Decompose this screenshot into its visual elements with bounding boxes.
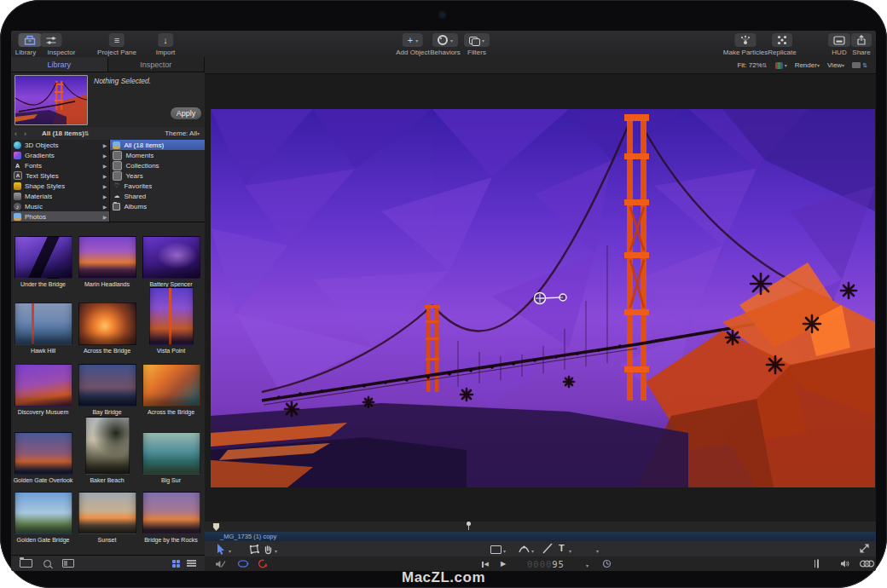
- timecode-toggle-button[interactable]: [602, 559, 612, 568]
- behaviors-button[interactable]: [432, 33, 458, 47]
- timeline-collapse-button[interactable]: [860, 559, 874, 568]
- heart-icon: ♡: [113, 182, 120, 190]
- transform-tool-button[interactable]: [249, 545, 259, 554]
- select-tool-button[interactable]: [217, 544, 226, 555]
- inspector-icon: [46, 36, 57, 45]
- photo-item[interactable]: Marin Headlands: [75, 236, 139, 287]
- photo-item[interactable]: Vista Point: [139, 287, 203, 354]
- photo-item[interactable]: Battery Spencer: [139, 236, 203, 287]
- category-list: 3D Objects▶ Gradients▶ AFonts▶ AText Sty…: [11, 140, 110, 222]
- category-photos[interactable]: Photos▶: [11, 211, 109, 222]
- grid-view-icon[interactable]: [172, 560, 180, 568]
- library-icon: [24, 35, 37, 45]
- chevron-down-icon[interactable]: [229, 547, 231, 555]
- tab-inspector[interactable]: Inspector: [108, 57, 206, 72]
- share-button[interactable]: [851, 33, 872, 47]
- collection-favorites[interactable]: ♡Favorites: [110, 181, 205, 191]
- project-pane-toggle-icon[interactable]: [817, 559, 819, 568]
- new-folder-icon[interactable]: [20, 559, 32, 568]
- photo-item[interactable]: Hawk Hill: [11, 303, 75, 354]
- zoom-dropdown[interactable]: Fit: 72%: [737, 61, 767, 69]
- photo-item[interactable]: Discovery Musuem: [11, 364, 75, 415]
- photo-item[interactable]: Bay Bridge: [75, 364, 139, 415]
- library-nav-row: ‹ › All (18 items) Theme: All: [11, 127, 205, 141]
- category-shape-styles[interactable]: Shape Styles▶: [11, 181, 109, 191]
- theme-dropdown[interactable]: Theme: All: [165, 130, 200, 137]
- rectangle-tool-button[interactable]: [490, 545, 501, 554]
- canvas-pasteboard[interactable]: [205, 74, 876, 522]
- bezier-tool-button[interactable]: [519, 544, 530, 554]
- search-icon[interactable]: [43, 560, 51, 568]
- display-icon: [852, 62, 861, 68]
- channels-dropdown[interactable]: [775, 61, 787, 69]
- apply-button[interactable]: Apply: [171, 107, 201, 119]
- project-pane-button[interactable]: ≡: [109, 33, 125, 47]
- make-particles-button[interactable]: [735, 33, 757, 47]
- canvas-artwork[interactable]: [211, 109, 875, 487]
- back-arrow-icon[interactable]: ‹: [11, 130, 20, 138]
- category-music[interactable]: ♪Music▶: [11, 201, 109, 211]
- expand-timeline-button[interactable]: [860, 544, 869, 553]
- line-tool-button[interactable]: [542, 543, 553, 554]
- view-dropdown[interactable]: View: [827, 61, 844, 69]
- tab-library[interactable]: Library: [11, 57, 108, 72]
- maczl-watermark: MacZL.com: [0, 569, 887, 586]
- go-to-start-button[interactable]: ◀: [482, 561, 489, 568]
- chevron-down-icon[interactable]: [275, 547, 277, 555]
- category-gradients[interactable]: Gradients▶: [11, 150, 109, 160]
- photo-item[interactable]: Big Sur: [139, 432, 203, 483]
- text-tool-button[interactable]: T: [559, 543, 565, 553]
- forward-arrow-icon[interactable]: ›: [20, 130, 30, 138]
- keyframe-marker[interactable]: [468, 522, 469, 530]
- photo-item[interactable]: Golden Gate Overlook: [11, 432, 75, 483]
- hud-button[interactable]: [828, 33, 850, 47]
- audio-toggle-button[interactable]: [840, 559, 851, 568]
- photo-item[interactable]: Across the Bridge: [75, 303, 139, 354]
- chevron-down-icon[interactable]: [503, 547, 506, 555]
- display-dropdown[interactable]: [852, 61, 867, 69]
- breadcrumb[interactable]: All (18 items): [42, 130, 90, 137]
- pan-tool-button[interactable]: [263, 544, 273, 555]
- frame-counter[interactable]: 000095: [527, 559, 565, 569]
- photo-item[interactable]: Sunset: [75, 492, 139, 543]
- chevron-down-icon[interactable]: [596, 547, 599, 555]
- photo-item[interactable]: Under the Bridge: [11, 236, 75, 287]
- text-style-icon: A: [14, 171, 22, 180]
- bezier-icon: [519, 544, 530, 554]
- collection-albums[interactable]: Albums: [110, 201, 205, 211]
- library-toolbar-button[interactable]: [19, 33, 42, 47]
- mute-button[interactable]: [215, 560, 226, 568]
- photo-item[interactable]: Golden Gate Bridge: [11, 492, 75, 543]
- photo-thumbnail: [142, 432, 200, 475]
- inspector-toolbar-button[interactable]: [41, 33, 62, 47]
- collection-collections[interactable]: Collections: [110, 160, 205, 170]
- collection-all[interactable]: All (18 items): [110, 140, 205, 150]
- import-icon: ↓: [163, 36, 168, 45]
- preview-pane-icon[interactable]: [62, 559, 74, 568]
- collection-shared[interactable]: ☁Shared: [110, 191, 205, 201]
- category-3d-objects[interactable]: 3D Objects▶: [11, 140, 109, 150]
- photo-thumbnail: [78, 492, 136, 534]
- chevron-down-icon[interactable]: [569, 547, 571, 555]
- render-dropdown[interactable]: Render: [795, 61, 820, 69]
- filters-button[interactable]: [464, 33, 490, 47]
- add-object-button[interactable]: +: [403, 33, 423, 47]
- replicate-button[interactable]: [772, 33, 792, 47]
- play-button[interactable]: ▶: [501, 560, 506, 568]
- collection-years[interactable]: Years: [110, 170, 205, 181]
- collection-moments[interactable]: Moments: [110, 150, 205, 160]
- photo-row: Hawk Hill Across the Bridge Vista Point: [11, 287, 205, 354]
- photo-item[interactable]: Across the Bridge: [139, 364, 203, 415]
- import-button[interactable]: ↓: [158, 33, 173, 47]
- chevron-down-icon[interactable]: [531, 547, 534, 555]
- category-materials[interactable]: Materials▶: [11, 191, 109, 201]
- playhead-marker[interactable]: [213, 523, 219, 531]
- category-fonts[interactable]: AFonts▶: [11, 160, 109, 170]
- category-text-styles[interactable]: AText Styles▶: [11, 170, 109, 181]
- photo-item[interactable]: Bridge by the Rocks: [139, 492, 203, 543]
- photo-item[interactable]: Baker Beach: [75, 417, 139, 483]
- chevron-down-icon[interactable]: [586, 562, 588, 569]
- list-view-icon[interactable]: [187, 560, 196, 567]
- record-button[interactable]: [258, 559, 268, 568]
- loop-playback-button[interactable]: [237, 559, 249, 568]
